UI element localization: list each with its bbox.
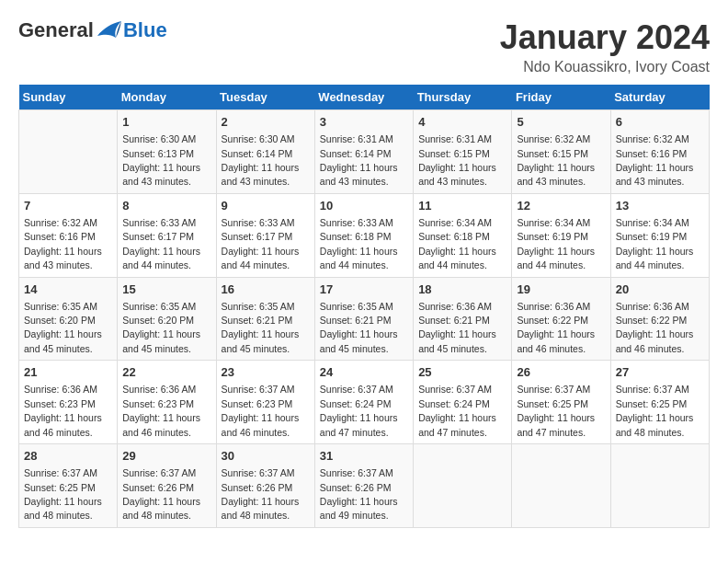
calendar-body: 1Sunrise: 6:30 AM Sunset: 6:13 PM Daylig… (19, 110, 710, 528)
calendar-cell: 8Sunrise: 6:33 AM Sunset: 6:17 PM Daylig… (118, 193, 216, 277)
logo-blue-text: Blue (123, 18, 167, 42)
day-info: Sunrise: 6:35 AM Sunset: 6:20 PM Dayligh… (122, 301, 200, 354)
day-info: Sunrise: 6:34 AM Sunset: 6:19 PM Dayligh… (517, 217, 595, 270)
calendar-cell: 28Sunrise: 6:37 AM Sunset: 6:25 PM Dayli… (19, 444, 118, 528)
day-number: 27 (616, 364, 704, 381)
calendar-cell: 22Sunrise: 6:36 AM Sunset: 6:23 PM Dayli… (118, 361, 216, 444)
calendar-cell: 7Sunrise: 6:32 AM Sunset: 6:16 PM Daylig… (19, 193, 118, 277)
calendar-cell: 18Sunrise: 6:36 AM Sunset: 6:21 PM Dayli… (414, 277, 512, 361)
day-number: 16 (222, 282, 310, 298)
calendar-week-3: 14Sunrise: 6:35 AM Sunset: 6:20 PM Dayli… (19, 277, 710, 361)
calendar-week-1: 1Sunrise: 6:30 AM Sunset: 6:13 PM Daylig… (19, 110, 710, 194)
day-number: 29 (122, 448, 210, 465)
calendar-cell: 30Sunrise: 6:37 AM Sunset: 6:26 PM Dayli… (216, 444, 314, 528)
day-number: 25 (418, 364, 506, 381)
day-info: Sunrise: 6:36 AM Sunset: 6:22 PM Dayligh… (616, 301, 694, 354)
column-header-saturday: Saturday (610, 85, 709, 110)
calendar-cell: 4Sunrise: 6:31 AM Sunset: 6:15 PM Daylig… (414, 110, 512, 194)
day-info: Sunrise: 6:37 AM Sunset: 6:25 PM Dayligh… (616, 384, 694, 437)
day-number: 3 (320, 114, 408, 131)
day-number: 30 (222, 448, 310, 465)
calendar-cell: 12Sunrise: 6:34 AM Sunset: 6:19 PM Dayli… (512, 193, 610, 277)
day-number: 15 (122, 282, 210, 298)
day-number: 14 (24, 282, 112, 298)
calendar-cell (414, 444, 512, 528)
location-subtitle: Ndo Kouassikro, Ivory Coast (500, 59, 710, 75)
day-number: 1 (122, 114, 210, 131)
day-number: 26 (517, 364, 605, 381)
day-info: Sunrise: 6:32 AM Sunset: 6:16 PM Dayligh… (616, 133, 694, 187)
day-info: Sunrise: 6:34 AM Sunset: 6:19 PM Dayligh… (616, 217, 694, 270)
day-info: Sunrise: 6:35 AM Sunset: 6:21 PM Dayligh… (320, 301, 398, 354)
calendar-table: SundayMondayTuesdayWednesdayThursdayFrid… (18, 85, 710, 528)
month-title: January 2024 (500, 18, 710, 57)
calendar-cell: 20Sunrise: 6:36 AM Sunset: 6:22 PM Dayli… (610, 277, 709, 361)
day-number: 10 (320, 198, 408, 214)
day-info: Sunrise: 6:32 AM Sunset: 6:15 PM Dayligh… (517, 133, 595, 187)
calendar-cell: 16Sunrise: 6:35 AM Sunset: 6:21 PM Dayli… (216, 277, 314, 361)
day-number: 11 (418, 198, 506, 214)
calendar-cell: 11Sunrise: 6:34 AM Sunset: 6:18 PM Dayli… (414, 193, 512, 277)
day-number: 17 (320, 282, 408, 298)
day-number: 13 (616, 198, 704, 214)
column-header-thursday: Thursday (414, 85, 512, 110)
calendar-cell: 27Sunrise: 6:37 AM Sunset: 6:25 PM Dayli… (610, 361, 709, 444)
day-number: 7 (24, 198, 112, 214)
logo: General Blue (18, 18, 167, 42)
day-info: Sunrise: 6:37 AM Sunset: 6:24 PM Dayligh… (320, 384, 398, 437)
day-info: Sunrise: 6:37 AM Sunset: 6:26 PM Dayligh… (122, 467, 200, 521)
logo-general-text: General (18, 18, 94, 42)
day-number: 12 (517, 198, 605, 214)
calendar-week-5: 28Sunrise: 6:37 AM Sunset: 6:25 PM Dayli… (19, 444, 710, 528)
calendar-cell: 15Sunrise: 6:35 AM Sunset: 6:20 PM Dayli… (118, 277, 216, 361)
day-info: Sunrise: 6:30 AM Sunset: 6:14 PM Dayligh… (222, 133, 300, 187)
title-section: January 2024 Ndo Kouassikro, Ivory Coast (500, 18, 710, 75)
day-info: Sunrise: 6:37 AM Sunset: 6:24 PM Dayligh… (418, 384, 496, 437)
calendar-cell: 31Sunrise: 6:37 AM Sunset: 6:26 PM Dayli… (314, 444, 413, 528)
calendar-cell: 19Sunrise: 6:36 AM Sunset: 6:22 PM Dayli… (512, 277, 610, 361)
day-number: 22 (122, 364, 210, 381)
day-info: Sunrise: 6:37 AM Sunset: 6:25 PM Dayligh… (24, 467, 102, 521)
day-info: Sunrise: 6:37 AM Sunset: 6:26 PM Dayligh… (222, 467, 300, 521)
calendar-cell: 9Sunrise: 6:33 AM Sunset: 6:17 PM Daylig… (216, 193, 314, 277)
day-info: Sunrise: 6:33 AM Sunset: 6:17 PM Dayligh… (222, 217, 300, 270)
day-info: Sunrise: 6:33 AM Sunset: 6:18 PM Dayligh… (320, 217, 398, 270)
calendar-cell: 13Sunrise: 6:34 AM Sunset: 6:19 PM Dayli… (610, 193, 709, 277)
day-number: 28 (24, 448, 112, 465)
day-number: 2 (222, 114, 310, 131)
calendar-cell (512, 444, 610, 528)
column-header-wednesday: Wednesday (314, 85, 413, 110)
day-info: Sunrise: 6:35 AM Sunset: 6:20 PM Dayligh… (24, 301, 102, 354)
day-info: Sunrise: 6:32 AM Sunset: 6:16 PM Dayligh… (24, 217, 102, 270)
calendar-cell: 26Sunrise: 6:37 AM Sunset: 6:25 PM Dayli… (512, 361, 610, 444)
calendar-cell: 2Sunrise: 6:30 AM Sunset: 6:14 PM Daylig… (216, 110, 314, 194)
day-number: 6 (616, 114, 704, 131)
day-info: Sunrise: 6:31 AM Sunset: 6:14 PM Dayligh… (320, 133, 398, 187)
day-number: 5 (517, 114, 605, 131)
day-info: Sunrise: 6:36 AM Sunset: 6:21 PM Dayligh… (418, 301, 496, 354)
day-info: Sunrise: 6:30 AM Sunset: 6:13 PM Dayligh… (122, 133, 200, 187)
day-info: Sunrise: 6:36 AM Sunset: 6:22 PM Dayligh… (517, 301, 595, 354)
day-info: Sunrise: 6:35 AM Sunset: 6:21 PM Dayligh… (222, 301, 300, 354)
calendar-cell: 21Sunrise: 6:36 AM Sunset: 6:23 PM Dayli… (19, 361, 118, 444)
day-number: 31 (320, 448, 408, 465)
calendar-cell: 5Sunrise: 6:32 AM Sunset: 6:15 PM Daylig… (512, 110, 610, 194)
day-number: 21 (24, 364, 112, 381)
day-info: Sunrise: 6:37 AM Sunset: 6:26 PM Dayligh… (320, 467, 398, 521)
day-info: Sunrise: 6:34 AM Sunset: 6:18 PM Dayligh… (418, 217, 496, 270)
calendar-cell: 14Sunrise: 6:35 AM Sunset: 6:20 PM Dayli… (19, 277, 118, 361)
day-info: Sunrise: 6:36 AM Sunset: 6:23 PM Dayligh… (122, 384, 200, 437)
calendar-cell (610, 444, 709, 528)
day-info: Sunrise: 6:33 AM Sunset: 6:17 PM Dayligh… (122, 217, 200, 270)
calendar-header: SundayMondayTuesdayWednesdayThursdayFrid… (19, 85, 710, 110)
day-number: 8 (122, 198, 210, 214)
calendar-cell: 3Sunrise: 6:31 AM Sunset: 6:14 PM Daylig… (314, 110, 413, 194)
calendar-cell: 29Sunrise: 6:37 AM Sunset: 6:26 PM Dayli… (118, 444, 216, 528)
calendar-cell: 23Sunrise: 6:37 AM Sunset: 6:23 PM Dayli… (216, 361, 314, 444)
calendar-cell (19, 110, 118, 194)
day-info: Sunrise: 6:36 AM Sunset: 6:23 PM Dayligh… (24, 384, 102, 437)
calendar-cell: 10Sunrise: 6:33 AM Sunset: 6:18 PM Dayli… (314, 193, 413, 277)
header-row: SundayMondayTuesdayWednesdayThursdayFrid… (19, 85, 710, 110)
calendar-week-4: 21Sunrise: 6:36 AM Sunset: 6:23 PM Dayli… (19, 361, 710, 444)
calendar-week-2: 7Sunrise: 6:32 AM Sunset: 6:16 PM Daylig… (19, 193, 710, 277)
